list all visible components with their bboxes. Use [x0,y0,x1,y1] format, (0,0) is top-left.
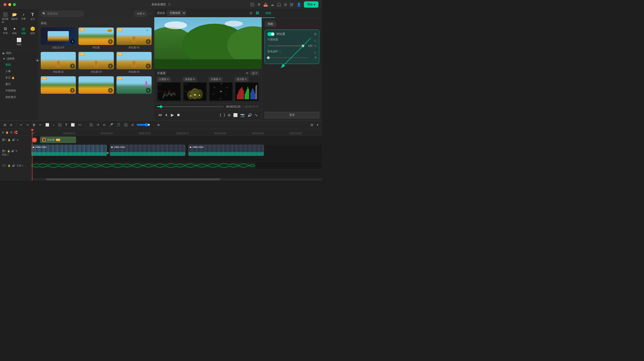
audio-button[interactable]: 🔊 [246,112,253,118]
timeline-tool-delete[interactable]: 🗑 [32,122,36,128]
effect-more-icon[interactable]: ⧉ [314,32,316,36]
maximize-button[interactable] [13,3,16,6]
timeline-tool-loop[interactable]: ↺ [96,122,100,128]
download-icon[interactable]: ⬇ [146,88,151,93]
tool-effects[interactable]: ✦ 特效 [10,25,19,36]
scope-btn-boxingtu[interactable]: 波形图 ▾ [183,77,196,82]
timeline-tool-select[interactable]: ⊘ [9,122,14,128]
timeline-tool-group[interactable]: ⬛ [57,122,62,128]
scope-btn-zhifangtu[interactable]: 直方图 ▾ [235,77,248,82]
timeline-tool-clip[interactable]: ⬛ [88,122,94,128]
filter-item-contrast-02[interactable]: ⬇ 对比度 02 [41,52,76,74]
expand-button[interactable]: ⤡ [253,112,259,118]
timeline-scrollbar[interactable] [31,178,322,180]
tool-filter[interactable]: ◎ 滤镜 [19,25,28,36]
lock-icon[interactable]: 🔒 [5,131,9,134]
scope-btn-fenliangtu[interactable]: 分量图 ▾ [157,77,170,82]
timeline-tool-add[interactable]: ⊕ [156,122,161,128]
sidebar-collapse-btn[interactable]: ◀ [35,58,39,62]
playhead[interactable] [32,129,32,180]
timeline-tool-format[interactable]: ⬜ [70,122,76,128]
go-start-button[interactable]: ⏮ [157,112,163,118]
tool-text[interactable]: T 文字 [28,11,37,25]
marker-button[interactable]: ⊘ [226,112,232,118]
preview-compare-icon[interactable]: 🖼 [256,11,259,15]
speaker-audio-icon[interactable]: 🔊 [12,164,15,167]
volume-slider[interactable] [137,123,150,126]
speaker-video-icon[interactable]: 🔊 [11,150,14,152]
fit-icon[interactable]: ⊞ [2,131,4,134]
skin-keyframe-icon[interactable]: ◇ [314,50,316,54]
scissors-clip-marker[interactable]: ✂ [32,138,37,142]
video-sub-tab[interactable]: 视频 [264,21,276,27]
tab-effects[interactable]: 特效 [262,9,275,18]
play-button[interactable]: ▶ [170,112,175,118]
fullscreen-preview-button[interactable]: ⬜ [232,112,239,118]
snapshot-button[interactable]: 📷 [239,112,246,118]
tool-library[interactable]: 📂 素材库 [10,11,19,25]
opacity-keyframe-icon[interactable]: ◇ [314,39,316,42]
icon-profile[interactable]: 👤 [297,2,301,7]
filter-more-button[interactable]: ··· [149,12,152,16]
timeline-tool-screen[interactable]: ⬛ [123,122,128,128]
close-button[interactable] [4,3,6,6]
lock-audio-icon[interactable]: 🔒 [8,164,11,167]
download-icon[interactable]: ⬇ [108,88,113,93]
tool-sticker[interactable]: 🙂 贴纸 [28,25,37,36]
minimize-button[interactable] [8,3,11,6]
download-icon[interactable]: ⬇ [108,39,113,44]
filter-item-9[interactable]: VIP ⬇ [116,76,152,94]
timeline-tool-music[interactable]: 🎵 [116,122,121,128]
in-point-button[interactable]: { [218,112,222,118]
lock-track-icon[interactable]: 🔒 [8,138,11,141]
scrollbar-thumb[interactable] [46,178,220,180]
preview-grid-icon[interactable]: ⊞ [250,11,252,15]
filter-item-contrast-01[interactable]: 🐦 🐦 VIP ⬇ 对比度 01 [116,28,152,49]
video-clip-2[interactable]: ▶ video-miao [110,145,185,156]
unlink-icon[interactable]: ⛓ [10,131,13,134]
tool-audio[interactable]: ♪ 音频 [19,11,28,25]
timeline-tool-redo[interactable]: ↪ [25,122,30,128]
filter-all-button[interactable]: 全部 ▾ [134,11,147,16]
timeline-tool-audio-cut[interactable]: ♪ [52,122,55,128]
out-point-button[interactable]: } [222,112,226,118]
icon-headset[interactable]: 🎧 [277,2,281,7]
tool-transition[interactable]: ⧉ 转场 [1,25,10,36]
filter-item-contrast-04[interactable]: VIP ⬇ 对比度 04 [116,52,152,74]
quality-select[interactable]: 完整画质 [167,10,186,16]
timeline-tool-grid[interactable]: ⊞ [310,122,314,128]
opacity-slider[interactable] [268,46,304,46]
reset-button[interactable]: 重置 [264,112,319,118]
filter-item-custom-lut[interactable]: ⬇ 自定义LUT [41,28,76,49]
progress-track[interactable] [157,106,224,107]
icon-cart[interactable]: 🛒 [290,2,294,7]
filter-item-contrast-03[interactable]: VIP ⬇ 对比度 03 [78,52,114,74]
download-icon[interactable]: ⬇ [146,39,151,44]
timeline-tool-mask[interactable]: ⊙ [102,122,106,128]
tool-template[interactable]: ⬜ 模板 [1,36,37,48]
filter-search-input[interactable] [41,11,84,16]
stop-button[interactable]: ⏹ [175,112,182,118]
timeline-tool-cut[interactable]: ✂ [38,122,43,128]
download-icon[interactable]: ⬇ [108,64,113,68]
eye-video-icon[interactable]: 👁 [15,150,18,152]
sidebar-library-section[interactable]: ▼ 滤镜库 [0,56,38,62]
export-button[interactable]: 导出 ▾ [304,1,318,8]
timeline-tool-layout[interactable]: ⊞ [3,122,7,128]
download-icon[interactable]: ⬇ [146,64,151,68]
timeline-tool-more[interactable]: >> [77,122,83,128]
sidebar-item-camera[interactable]: 相机模式 [0,94,38,100]
icon-grid[interactable]: ⊞ [284,2,287,7]
timeline-tool-text[interactable]: T [64,122,68,128]
filter-item-7[interactable]: VIP ⬇ [41,76,76,94]
icon-cloud[interactable]: ☁ [270,2,274,7]
sidebar-item-winter[interactable]: 冬日 🔥 [0,74,38,81]
speaker-track-icon[interactable]: 🔊 [12,138,15,141]
filter-item-contrast[interactable]: VIP ⬇ 对比度 [78,28,114,49]
filter-clip[interactable]: ⬛ 对比度 VIP [40,137,76,143]
tool-my-assets[interactable]: ⬛ 我的素材 [1,11,10,25]
timeline-tool-copy[interactable]: ⬜ [44,122,50,128]
video-clip-3[interactable]: ▶ video-miao [188,145,264,156]
magnet-icon[interactable]: 🧲 [14,131,18,134]
sidebar-item-basic[interactable]: 基础 [0,62,38,68]
